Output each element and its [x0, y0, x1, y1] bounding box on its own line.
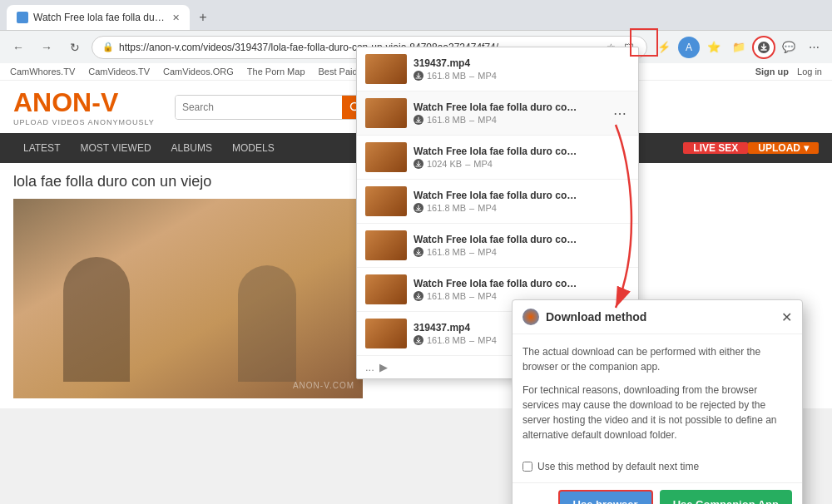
video-scene: ANON-V.COM [13, 199, 363, 398]
nav-latest[interactable]: LATEST [13, 133, 70, 163]
dialog-header: Download method ✕ [513, 300, 802, 334]
top-nav-auth: Sign up Log in [755, 67, 822, 77]
dl-title-1: 319437.mp4 [414, 57, 580, 69]
upload-chevron-icon: ▾ [804, 142, 809, 154]
dl-meta-2: 161.8 MB – MP4 [414, 115, 603, 125]
dl-size-6: 161.8 MB [427, 291, 466, 301]
nav-porn-map[interactable]: The Porn Map [247, 67, 305, 77]
download-icon [757, 41, 770, 54]
dl-format-3: MP4 [473, 159, 493, 169]
dl-download-icon-3 [414, 159, 423, 169]
dl-format-6: MP4 [478, 291, 497, 301]
dl-dash-7: – [469, 335, 474, 345]
profile-button[interactable]: A [677, 36, 701, 59]
dl-info-2: Watch Free lola fae folla duro con u... … [414, 101, 603, 125]
more-label: ... [365, 361, 374, 373]
dialog-body: The actual download can be performed wit… [513, 334, 802, 461]
use-browser-button[interactable]: Use browser [558, 490, 653, 504]
download-extension-button[interactable] [752, 36, 775, 59]
dl-download-icon-1 [414, 71, 423, 81]
signup-link[interactable]: Sign up [755, 67, 789, 77]
nav-most-viewed[interactable]: MOST VIEWED [70, 133, 161, 163]
dl-dash-6: – [469, 291, 474, 301]
dl-size-1: 161.8 MB [427, 71, 466, 81]
back-button[interactable]: ← [7, 36, 30, 59]
dl-dash-4: – [469, 203, 474, 213]
dialog-body-text-1: The actual download can be performed wit… [522, 344, 792, 374]
default-method-label: Use this method by default next time [537, 461, 699, 472]
logo-tagline: UPLOAD VIDEOS ANONYMOUSLY [13, 118, 155, 126]
reload-button[interactable]: ↻ [63, 36, 87, 59]
tab-bar: Watch Free lola fae folla duro co... ✕ + [0, 0, 832, 30]
dl-format-2: MP4 [478, 115, 497, 125]
dl-format-7: MP4 [478, 335, 497, 345]
dl-more-button-2[interactable]: ⋯ [610, 103, 630, 123]
active-tab[interactable]: Watch Free lola fae folla duro co... ✕ [7, 5, 190, 30]
nav-camvideos-org[interactable]: CamVideos.ORG [163, 67, 234, 77]
dl-title-6: Watch Free lola fae folla duro con un vi… [414, 278, 580, 289]
dl-meta-4: 161.8 MB – MP4 [414, 203, 630, 213]
download-item-2[interactable]: Watch Free lola fae folla duro con u... … [357, 91, 638, 136]
search-input[interactable] [176, 96, 342, 119]
favorites-button[interactable]: ⭐ [702, 36, 726, 59]
download-item-1[interactable]: 319437.mp4 161.8 MB – MP4 [357, 47, 638, 91]
download-item-4[interactable]: Watch Free lola fae folla duro con un vi… [357, 180, 638, 224]
tab-close-button[interactable]: ✕ [172, 12, 180, 23]
site-logo[interactable]: ANON-V UPLOAD VIDEOS ANONYMOUSLY [13, 87, 155, 126]
dl-thumbnail-5 [365, 230, 407, 260]
dl-download-icon-4 [414, 203, 423, 213]
collections-button[interactable]: 📁 [727, 36, 750, 59]
profile-avatar: A [678, 37, 700, 58]
nav-live-sex[interactable]: LIVE SEX [683, 142, 748, 154]
dl-thumbnail-3 [365, 142, 407, 172]
download-item-5[interactable]: Watch Free lola fae folla duro con un vi… [357, 224, 638, 268]
extensions-button[interactable]: ⚡ [652, 36, 676, 59]
dl-info-5: Watch Free lola fae folla duro con un vi… [414, 234, 630, 257]
dl-info-6: Watch Free lola fae folla duro con un vi… [414, 278, 630, 301]
dialog-actions: Use browser Use Companion App [513, 482, 802, 504]
forward-button[interactable]: → [35, 36, 58, 59]
dl-dash-2: – [469, 115, 474, 125]
dialog-close-button[interactable]: ✕ [781, 309, 792, 325]
dl-dash-3: – [465, 159, 470, 169]
dl-download-icon-6 [414, 291, 423, 301]
download-method-dialog: Download method ✕ The actual download ca… [512, 299, 803, 504]
tab-title: Watch Free lola fae folla duro co... [33, 12, 167, 23]
nav-camwhores[interactable]: CamWhores.TV [10, 67, 75, 77]
dl-format-4: MP4 [478, 203, 497, 213]
dl-title-4: Watch Free lola fae folla duro con un vi… [414, 190, 580, 201]
dl-thumbnail-4 [365, 186, 407, 216]
settings-button[interactable]: ⋯ [802, 36, 825, 59]
dl-thumbnail-7 [365, 319, 407, 348]
dl-size-3: 1024 KB [427, 159, 462, 169]
dl-info-1: 319437.mp4 161.8 MB – MP4 [414, 57, 630, 81]
dl-meta-3: 1024 KB – MP4 [414, 159, 630, 169]
nav-models[interactable]: MODELS [222, 133, 285, 163]
new-tab-button[interactable]: + [193, 7, 213, 27]
dialog-logo-icon [522, 309, 539, 325]
dl-size-5: 161.8 MB [427, 247, 466, 257]
footer-arrow-icon: ▶ [379, 361, 388, 373]
site-search [175, 95, 369, 120]
default-method-checkbox[interactable] [522, 462, 532, 472]
use-companion-app-button[interactable]: Use Companion App [660, 490, 792, 504]
dl-format-1: MP4 [478, 71, 497, 81]
dl-thumbnail-6 [365, 274, 407, 304]
default-method-checkbox-row: Use this method by default next time [513, 461, 802, 472]
nav-albums[interactable]: ALBUMS [161, 133, 222, 163]
dl-size-7: 161.8 MB [427, 335, 466, 345]
dl-dash-5: – [469, 247, 474, 257]
login-link[interactable]: Log in [797, 67, 822, 77]
dialog-title: Download method [546, 310, 775, 324]
nav-camvideos-tv[interactable]: CamVideos.TV [88, 67, 150, 77]
download-item-3[interactable]: Watch Free lola fae folla duro con un vi… [357, 136, 638, 180]
tab-favicon [17, 12, 28, 23]
feedback-button[interactable]: 💬 [777, 36, 800, 59]
nav-upload[interactable]: UPLOAD ▾ [748, 142, 819, 154]
dl-format-5: MP4 [478, 247, 497, 257]
watermark: ANON-V.COM [293, 381, 354, 390]
video-player[interactable]: ANON-V.COM [13, 199, 363, 398]
dl-meta-1: 161.8 MB – MP4 [414, 71, 630, 81]
dl-download-icon-7 [414, 335, 423, 345]
dl-title-3: Watch Free lola fae folla duro con un vi… [414, 146, 580, 157]
